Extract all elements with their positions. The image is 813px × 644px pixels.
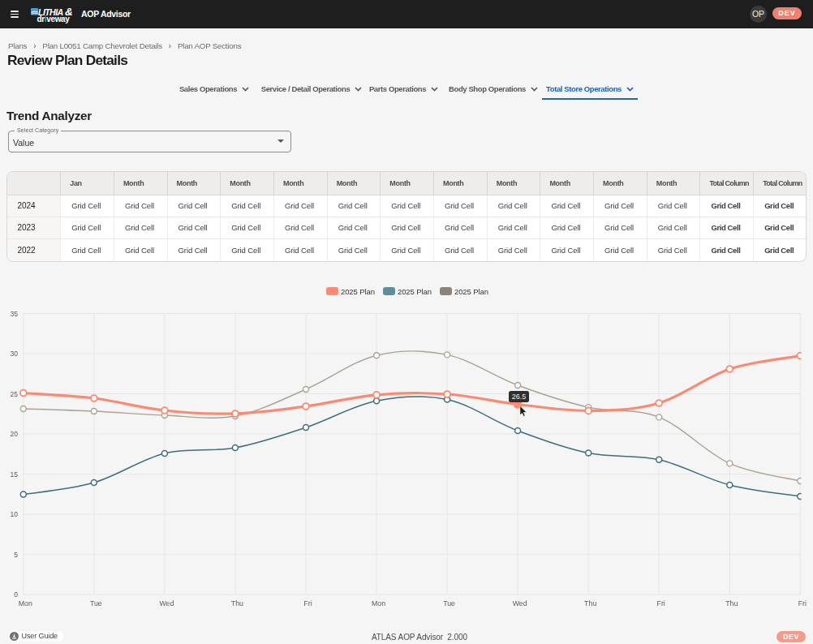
svg-text:Fri: Fri — [798, 599, 807, 608]
svg-text:Tue: Tue — [443, 599, 455, 608]
svg-text:30: 30 — [11, 350, 19, 358]
svg-text:Fri: Fri — [303, 599, 312, 608]
svg-text:0: 0 — [14, 590, 18, 599]
svg-text:Thu: Thu — [584, 599, 596, 608]
svg-text:5: 5 — [14, 551, 18, 559]
svg-text:Thu: Thu — [231, 599, 243, 608]
svg-text:10: 10 — [11, 510, 19, 518]
svg-text:15: 15 — [11, 470, 19, 479]
svg-text:20: 20 — [11, 430, 19, 438]
svg-text:35: 35 — [11, 310, 19, 318]
svg-text:Mon: Mon — [19, 599, 32, 608]
svg-text:Wed: Wed — [513, 599, 527, 608]
svg-text:Tue: Tue — [90, 599, 102, 608]
svg-text:25: 25 — [11, 390, 19, 398]
svg-text:Thu: Thu — [725, 599, 738, 608]
svg-text:Fri: Fri — [657, 599, 665, 608]
svg-text:Wed: Wed — [159, 599, 174, 608]
svg-text:Mon: Mon — [372, 599, 385, 608]
